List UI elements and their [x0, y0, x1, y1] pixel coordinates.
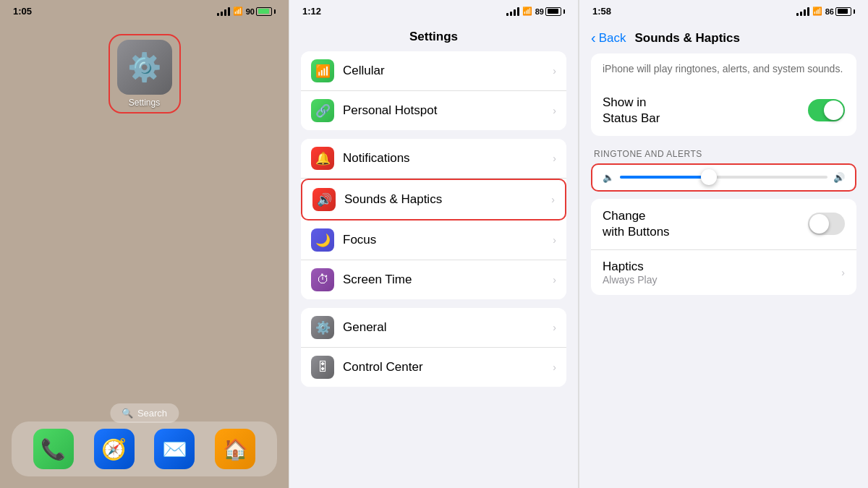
sounds-content: iPhone will play ringtones, alerts, and … — [579, 53, 868, 302]
volume-high-icon: 🔊 — [833, 172, 845, 183]
haptics-sublabel: Always Play — [603, 274, 657, 286]
cellular-label: Cellular — [343, 64, 544, 78]
status-bar-3: 1:58 📶 86 — [579, 0, 868, 20]
wifi-icon-3: 📶 — [812, 7, 822, 16]
volume-slider-container: 🔈 🔊 — [591, 163, 856, 192]
status-time-2: 1:12 — [302, 6, 321, 17]
dock-home-app-icon[interactable]: 🏠 — [215, 429, 255, 469]
notifications-icon: 🔔 — [311, 147, 334, 170]
chevron-notifications: › — [553, 153, 556, 164]
sounds-label: Sounds & Haptics — [344, 192, 542, 207]
settings-group-network: 📶 Cellular › 🔗 Personal Hotspot › — [301, 51, 566, 130]
phone-icon: 📞 — [41, 437, 66, 461]
cellular-icon: 📶 — [311, 59, 334, 82]
volume-slider-thumb[interactable] — [701, 169, 717, 185]
sounds-icon: 🔊 — [312, 188, 336, 211]
volume-low-icon: 🔈 — [603, 172, 614, 183]
sounds-page-title: Sounds & Haptics — [634, 31, 739, 46]
settings-item-notifications[interactable]: 🔔 Notifications › — [301, 139, 566, 179]
show-status-bar-label: Show inStatus Bar — [603, 95, 660, 127]
status-time-3: 1:58 — [592, 6, 611, 17]
home-app-icon: 🏠 — [223, 437, 248, 461]
status-bar-1: 1:05 📶 90 — [0, 0, 289, 20]
haptics-title: Haptics — [603, 260, 657, 274]
panel-sounds-haptics: 1:58 📶 86 ‹ Back Sounds & Haptics — [579, 0, 868, 488]
ringtone-section-header: RINGTONE AND ALERTS — [591, 143, 856, 163]
screentime-label: Screen Time — [343, 273, 544, 287]
back-button[interactable]: Back — [599, 31, 626, 46]
control-label: Control Center — [343, 360, 544, 374]
settings-item-cellular[interactable]: 📶 Cellular › — [301, 51, 566, 91]
wifi-icon-1: 📶 — [233, 7, 243, 16]
settings-list: 📶 Cellular › 🔗 Personal Hotspot › 🔔 Noti… — [289, 51, 578, 395]
sounds-description-card: iPhone will play ringtones, alerts, and … — [591, 53, 856, 136]
safari-icon: 🧭 — [101, 437, 127, 461]
search-bar[interactable]: 🔍 Search — [110, 403, 179, 423]
chevron-focus: › — [553, 234, 556, 246]
settings-item-screentime[interactable]: ⏱ Screen Time › — [301, 260, 566, 299]
battery-icon-3: 86 — [825, 7, 855, 16]
signal-icon-3 — [796, 7, 809, 16]
search-icon: 🔍 — [122, 408, 133, 419]
chevron-screentime: › — [553, 274, 556, 286]
sounds-header: ‹ Back Sounds & Haptics — [579, 20, 868, 53]
chevron-sounds: › — [551, 194, 555, 205]
chevron-hotspot: › — [553, 105, 556, 116]
signal-icon-2 — [506, 7, 519, 16]
dock-phone-icon[interactable]: 📞 — [33, 429, 74, 469]
sounds-options-card: Changewith Buttons Haptics Always Play › — [591, 199, 856, 295]
status-bar-2: 1:12 📶 89 — [289, 0, 578, 20]
change-buttons-row: Changewith Buttons — [591, 199, 856, 250]
wifi-icon-2: 📶 — [522, 7, 532, 16]
chevron-control: › — [553, 361, 556, 373]
settings-nav-title: Settings — [289, 20, 578, 51]
control-icon: 🎛 — [311, 356, 334, 379]
settings-item-control[interactable]: 🎛 Control Center › — [301, 348, 566, 387]
settings-group-system: ⚙️ General › 🎛 Control Center › — [301, 308, 566, 387]
focus-icon: 🌙 — [311, 228, 334, 252]
settings-app-wrapper[interactable]: ⚙️ Settings — [109, 34, 181, 114]
hotspot-icon: 🔗 — [311, 99, 334, 122]
settings-app-icon[interactable]: ⚙️ — [117, 40, 172, 95]
focus-label: Focus — [343, 233, 544, 247]
volume-slider-row: 🔈 🔊 — [603, 172, 845, 183]
dock-safari-icon[interactable]: 🧭 — [94, 429, 135, 469]
battery-icon-2: 89 — [535, 7, 565, 16]
screentime-icon: ⏱ — [311, 268, 334, 291]
haptics-row[interactable]: Haptics Always Play › — [591, 250, 856, 295]
battery-icon-1: 90 — [246, 7, 276, 16]
back-chevron-icon: ‹ — [591, 30, 596, 46]
show-status-bar-row: Show inStatus Bar — [591, 85, 856, 136]
settings-item-hotspot[interactable]: 🔗 Personal Hotspot › — [301, 91, 566, 130]
settings-item-focus[interactable]: 🌙 Focus › — [301, 221, 566, 260]
dock: 📞 🧭 ✉️ 🏠 — [12, 421, 277, 476]
hotspot-label: Personal Hotspot — [343, 103, 544, 118]
signal-icon-1 — [217, 7, 230, 16]
chevron-cellular: › — [553, 65, 556, 77]
panel-settings-list: 1:12 📶 89 Settings 📶 — [289, 0, 579, 488]
gear-icon: ⚙️ — [127, 51, 161, 83]
change-buttons-toggle[interactable] — [808, 213, 845, 235]
dock-mail-icon[interactable]: ✉️ — [154, 429, 195, 469]
volume-slider-fill — [620, 176, 713, 179]
change-buttons-label: Changewith Buttons — [603, 208, 670, 240]
panel-home-screen: 1:05 📶 90 ⚙️ Settings — [0, 0, 289, 488]
chevron-general: › — [553, 322, 556, 333]
chevron-haptics: › — [841, 267, 845, 278]
notifications-label: Notifications — [343, 151, 544, 166]
settings-group-main: 🔔 Notifications › 🔊 Sounds & Haptics › 🌙… — [301, 139, 566, 299]
volume-slider-track[interactable] — [620, 176, 827, 179]
settings-item-sounds[interactable]: 🔊 Sounds & Haptics › — [301, 179, 566, 221]
status-time-1: 1:05 — [13, 6, 32, 17]
general-icon: ⚙️ — [311, 316, 334, 339]
mail-icon: ✉️ — [162, 437, 187, 461]
general-label: General — [343, 320, 544, 335]
settings-app-label: Settings — [129, 98, 160, 108]
search-label: Search — [137, 408, 167, 419]
show-status-bar-toggle[interactable] — [808, 99, 845, 121]
sounds-description: iPhone will play ringtones, alerts, and … — [603, 62, 845, 77]
settings-item-general[interactable]: ⚙️ General › — [301, 308, 566, 348]
